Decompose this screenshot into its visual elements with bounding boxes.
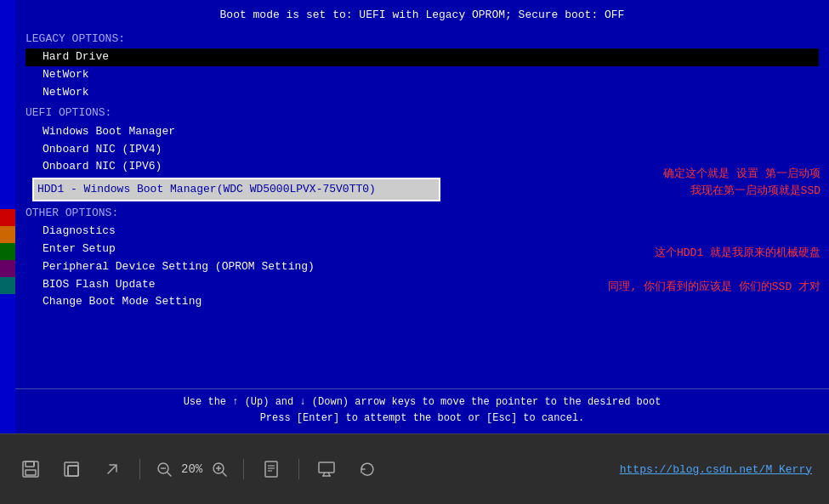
svg-rect-14 xyxy=(265,462,277,477)
help-line-1: Use the ↑ (Up) and ↓ (Down) arrow keys t… xyxy=(15,394,829,411)
bios-header: Boot mode is set to: UEFI with Legacy OP… xyxy=(26,7,819,24)
bios-screen: Boot mode is set to: UEFI with Legacy OP… xyxy=(0,0,829,433)
annotation-4: 同理, 你们看到的应该是 你们的SSD 才对 xyxy=(608,279,820,296)
zoom-control: 20% xyxy=(154,459,230,479)
bios-content: Boot mode is set to: UEFI with Legacy OP… xyxy=(15,0,829,433)
refresh-icon[interactable] xyxy=(354,456,381,483)
window-icon[interactable] xyxy=(58,456,85,483)
svg-line-9 xyxy=(168,473,171,476)
bios-help: Use the ↑ (Up) and ↓ (Down) arrow keys t… xyxy=(15,388,829,427)
svg-rect-5 xyxy=(68,466,78,476)
svg-rect-2 xyxy=(26,470,36,475)
help-line-2: Press [Enter] to attempt the boot or [Es… xyxy=(15,411,829,427)
annotation-3: 这个HDD1 就是我原来的机械硬盘 xyxy=(655,245,820,262)
other-diagnostics[interactable]: Diagnostics xyxy=(26,223,819,241)
divider-3 xyxy=(298,459,299,479)
other-boot-mode[interactable]: Change Boot Mode Setting xyxy=(26,293,819,311)
legacy-network-1[interactable]: NetWork xyxy=(26,66,819,84)
other-options-label: OTHER OPTIONS: xyxy=(26,205,819,222)
legacy-options-label: LEGACY OPTIONS: xyxy=(26,31,819,48)
uefi-options-label: UEFI OPTIONS: xyxy=(26,105,819,122)
uefi-windows-boot-manager[interactable]: Windows Boot Manager xyxy=(26,123,819,141)
save-icon[interactable] xyxy=(17,456,44,483)
divider-1 xyxy=(139,459,140,479)
url-link[interactable]: https://blog.csdn.net/M_Kerry xyxy=(620,463,812,476)
annotation-1: 确定这个就是 设置 第一启动项 xyxy=(663,166,820,183)
svg-line-13 xyxy=(223,473,226,476)
taskbar: 20% h xyxy=(0,433,829,504)
svg-rect-18 xyxy=(319,462,334,473)
share-icon[interactable] xyxy=(99,456,126,483)
svg-rect-1 xyxy=(26,462,34,467)
divider-2 xyxy=(243,459,244,479)
page-view-icon[interactable] xyxy=(258,456,285,483)
annotation-2: 我现在第一启动项就是SSD xyxy=(690,183,820,200)
zoom-out-button[interactable] xyxy=(154,459,174,479)
uefi-onboard-ipv4[interactable]: Onboard NIC (IPV4) xyxy=(26,141,819,159)
legacy-network-2[interactable]: NetWork xyxy=(26,84,819,102)
monitor-icon[interactable] xyxy=(313,456,340,483)
svg-rect-3 xyxy=(33,462,35,466)
hdd-item[interactable]: HDD1 - Windows Boot Manager(WDC WD5000LP… xyxy=(32,178,440,201)
zoom-level: 20% xyxy=(181,462,202,476)
legacy-hard-drive[interactable]: Hard Drive xyxy=(26,48,819,66)
zoom-in-button[interactable] xyxy=(209,459,230,479)
left-color-bar xyxy=(0,0,15,433)
